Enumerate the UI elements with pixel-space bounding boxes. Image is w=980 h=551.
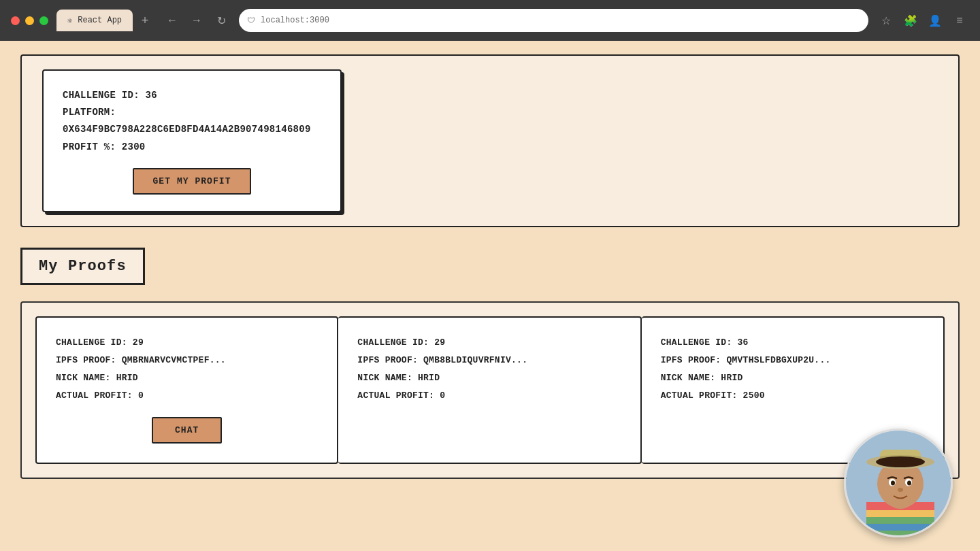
chat-button-0[interactable]: CHAT (152, 417, 222, 444)
tab-icon: ⚛ (67, 16, 72, 26)
challenge-id-label: CHALLENGE ID: 36 (63, 87, 321, 104)
tab-label: React App (78, 16, 122, 25)
proofs-container: CHALLENGE ID: 29 IPFS PROOF: QMBRNARVCVM… (20, 301, 960, 479)
platform-label: PLATFORM: (63, 104, 321, 121)
reload-button[interactable]: ↻ (212, 11, 231, 30)
svg-point-16 (866, 455, 934, 469)
avatar-overlay (844, 429, 953, 537)
profile-button[interactable]: 👤 (926, 11, 945, 30)
platform-value: 0X634F9BC798A228C6ED8FD4A14A2B9074981468… (63, 121, 321, 138)
svg-rect-3 (866, 510, 934, 517)
url-text: localhost:3000 (261, 16, 329, 25)
browser-navigation: ← → ↻ (163, 11, 231, 30)
tab-bar: ⚛ React App + (56, 10, 154, 31)
extensions-button[interactable]: 🧩 (901, 11, 920, 30)
proof-0-challenge-id: CHALLENGE ID: 29 (56, 334, 318, 352)
window-controls (11, 16, 48, 25)
proof-2-challenge-id: CHALLENGE ID: 36 (661, 334, 924, 352)
my-proofs-heading: My Proofs (20, 248, 145, 285)
challenge-card-top: CHALLENGE ID: 36 PLATFORM: 0X634F9BC798A… (42, 69, 342, 212)
proof-1-ipfs-proof: IPFS PROOF: QMB8BLDIQUVRFNIV... (357, 352, 621, 369)
proof-card-1: CHALLENGE ID: 29 IPFS PROOF: QMB8BLDIQUV… (338, 316, 641, 464)
proof-0-ipfs-proof: IPFS PROOF: QMBRNARVCVMCTPEF... (56, 352, 318, 369)
svg-point-13 (891, 481, 895, 486)
proof-2-nick-name: NICK NAME: HRID (661, 369, 924, 387)
avatar-svg (846, 431, 953, 537)
browser-actions: ☆ 🧩 👤 ≡ (877, 11, 969, 30)
proofs-grid: CHALLENGE ID: 29 IPFS PROOF: QMBRNARVCVM… (35, 316, 945, 464)
proof-1-actual-profit: ACTUAL PROFIT: 0 (357, 387, 621, 405)
browser-chrome: ⚛ React App + ← → ↻ 🛡 localhost:3000 ☆ 🧩… (0, 0, 980, 41)
svg-rect-5 (866, 524, 934, 531)
proof-0-actual-profit: ACTUAL PROFIT: 0 (56, 387, 318, 405)
svg-point-15 (898, 488, 903, 492)
menu-button[interactable]: ≡ (950, 11, 969, 30)
bookmark-button[interactable]: ☆ (877, 11, 896, 30)
back-button[interactable]: ← (163, 11, 182, 30)
forward-button[interactable]: → (187, 11, 206, 30)
security-icon: 🛡 (247, 16, 255, 26)
proof-2-actual-profit: ACTUAL PROFIT: 2500 (661, 387, 924, 405)
proof-1-challenge-id: CHALLENGE ID: 29 (357, 334, 621, 352)
proof-card-0: CHALLENGE ID: 29 IPFS PROOF: QMBRNARVCVM… (35, 316, 338, 464)
svg-rect-4 (866, 517, 934, 524)
minimize-dot[interactable] (25, 16, 34, 25)
proof-0-nick-name: NICK NAME: HRID (56, 369, 318, 387)
page-content: CHALLENGE ID: 36 PLATFORM: 0X634F9BC798A… (0, 41, 980, 492)
address-bar[interactable]: 🛡 localhost:3000 (239, 9, 868, 32)
close-dot[interactable] (11, 16, 20, 25)
get-my-profit-button[interactable]: GET MY PROFIT (133, 168, 252, 195)
top-section: CHALLENGE ID: 36 PLATFORM: 0X634F9BC798A… (20, 54, 960, 227)
svg-point-14 (907, 481, 911, 486)
proof-2-ipfs-proof: IPFS PROOF: QMVTHSLFDBGXUP2U... (661, 352, 924, 369)
proof-1-nick-name: NICK NAME: HRID (357, 369, 621, 387)
maximize-dot[interactable] (39, 16, 48, 25)
profit-label: PROFIT %: 2300 (63, 139, 321, 156)
tab-react-app[interactable]: ⚛ React App (56, 10, 133, 31)
add-tab-button[interactable]: + (135, 11, 154, 30)
